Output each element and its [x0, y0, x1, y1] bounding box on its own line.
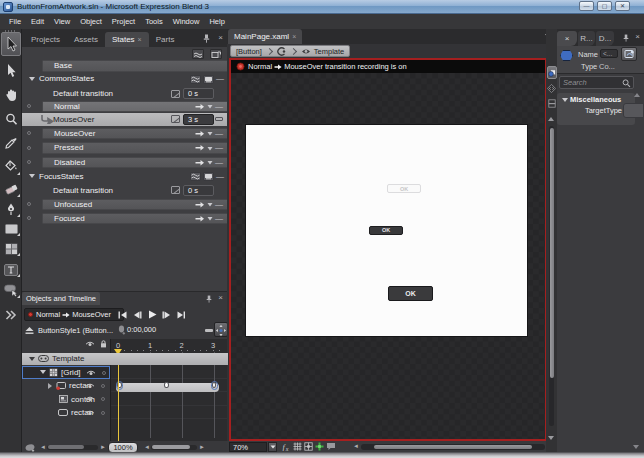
- visibility-eye-icon[interactable]: [86, 370, 96, 377]
- keyframe-egg-icon[interactable]: [118, 325, 126, 335]
- easing-function-button[interactable]: [215, 117, 223, 121]
- easing-icon[interactable]: [171, 115, 180, 123]
- default-easing-icon[interactable]: [171, 90, 180, 98]
- state-group-focusstates[interactable]: FocusStates —: [22, 171, 228, 183]
- zoom-tool-icon[interactable]: [1, 109, 21, 129]
- timeline-options-icon[interactable]: [205, 329, 213, 332]
- tab-assets[interactable]: Assets: [67, 32, 105, 47]
- add-transition-icon[interactable]: [195, 103, 205, 111]
- close-button[interactable]: ✕: [615, 1, 630, 11]
- visibility-eye-icon[interactable]: [85, 410, 95, 417]
- remove-state-icon[interactable]: —: [215, 144, 223, 152]
- scope-label[interactable]: ButtonStyle1 (Button...: [38, 326, 113, 335]
- add-transition-icon[interactable]: [195, 201, 205, 209]
- properties-scroll-up-icon[interactable]: [634, 93, 640, 97]
- vscroll-up-icon[interactable]: [548, 117, 554, 121]
- button-control-tool-icon[interactable]: [1, 282, 21, 299]
- menu-window[interactable]: Window: [168, 14, 205, 29]
- remove-state-icon[interactable]: —: [216, 75, 224, 83]
- layout-grid-tool-icon[interactable]: [1, 240, 21, 257]
- lock-toggle[interactable]: [101, 384, 105, 388]
- transition-dropdown-icon[interactable]: [207, 202, 213, 207]
- more-tools-icon[interactable]: [1, 306, 21, 323]
- pan-tool-icon[interactable]: [1, 85, 21, 105]
- transition-duration-field[interactable]: 0 s: [183, 88, 214, 99]
- maximize-button[interactable]: ▢: [597, 1, 612, 11]
- previous-frame-button[interactable]: [133, 311, 142, 319]
- fluidlayout-button[interactable]: [203, 75, 214, 84]
- minimize-button[interactable]: —: [579, 1, 594, 11]
- tab-states-close-icon[interactable]: ×: [138, 36, 142, 43]
- scope-up-icon[interactable]: [24, 326, 35, 335]
- ok-button-preview-light[interactable]: OK: [387, 184, 421, 193]
- add-state-button[interactable]: [210, 49, 222, 59]
- properties-close-icon[interactable]: ×: [635, 32, 640, 41]
- split-view-button[interactable]: [547, 97, 557, 110]
- playhead-line[interactable]: [118, 352, 119, 441]
- add-transition-icon[interactable]: [195, 215, 205, 223]
- remove-state-icon[interactable]: —: [216, 173, 224, 181]
- play-button[interactable]: [148, 310, 157, 319]
- objects-panel-pin-icon[interactable]: [206, 295, 212, 303]
- transition-duration-field[interactable]: 0 s: [183, 185, 214, 196]
- objects-timeline-tab[interactable]: Objects and Timeline: [22, 292, 100, 305]
- menu-edit[interactable]: Edit: [26, 14, 49, 29]
- eyedropper-tool-icon[interactable]: [1, 133, 21, 153]
- properties-mode-button[interactable]: [621, 47, 637, 61]
- text-tool-icon[interactable]: [1, 261, 21, 278]
- lock-toggle[interactable]: [101, 397, 105, 401]
- timeline-zoom-field[interactable]: 100%: [108, 442, 138, 453]
- add-state-group-button[interactable]: [192, 49, 204, 59]
- pen-tool-icon[interactable]: [1, 200, 21, 218]
- tab-states[interactable]: States×: [105, 32, 149, 47]
- snap-grid-icon[interactable]: [292, 442, 302, 451]
- default-transition-row[interactable]: Default transition 0 s: [22, 185, 228, 197]
- eraser-tool-icon[interactable]: [1, 179, 21, 198]
- menu-file[interactable]: File: [4, 14, 26, 29]
- add-transition-icon[interactable]: [195, 130, 205, 138]
- expand-icon[interactable]: [48, 383, 52, 389]
- menu-project[interactable]: Project: [107, 14, 140, 29]
- ok-button-preview-dark[interactable]: OK: [369, 226, 403, 235]
- go-to-last-frame-button[interactable]: [177, 311, 186, 319]
- tab-properties-close-icon[interactable]: ×: [565, 34, 570, 43]
- tab-resources[interactable]: R...: [578, 31, 595, 46]
- state-group-commonstates[interactable]: CommonStates —: [22, 73, 228, 85]
- fluidlayout-button[interactable]: [203, 172, 214, 181]
- breadcrumb-template-button[interactable]: Template: [314, 47, 344, 56]
- transition-dropdown-icon[interactable]: [207, 216, 213, 221]
- annotations-icon[interactable]: [326, 442, 336, 451]
- ok-button-main[interactable]: OK: [388, 286, 433, 301]
- collapse-triangle-icon[interactable]: [29, 174, 35, 178]
- xaml-view-button[interactable]: [547, 82, 557, 95]
- default-transition-row[interactable]: Default transition 0 s: [22, 88, 228, 100]
- transition-row-mouseover-selected[interactable]: MouseOver 3 s: [22, 113, 228, 126]
- record-icon[interactable]: [236, 62, 245, 71]
- add-transition-icon[interactable]: [195, 159, 205, 167]
- snap-gridlines-icon[interactable]: [303, 442, 313, 451]
- tab-mainpage-xaml[interactable]: MainPage.xaml×: [228, 29, 302, 44]
- tree-row-rectangle2[interactable]: rectan: [22, 407, 110, 420]
- state-row-pressed[interactable]: Pressed —: [42, 142, 228, 154]
- active-state-selector[interactable]: Normal MouseOver: [24, 308, 124, 321]
- artboard-zoom-field[interactable]: 70%: [229, 442, 267, 452]
- zoom-dropdown-button[interactable]: [268, 442, 277, 452]
- artboard-scroll-left-icon[interactable]: ◄: [353, 441, 359, 452]
- transition-preview-button[interactable]: [190, 172, 201, 181]
- remove-state-icon[interactable]: —: [215, 130, 223, 138]
- left-panel-close-icon[interactable]: ×: [218, 33, 223, 42]
- state-row-base[interactable]: Base: [42, 60, 228, 72]
- category-collapse-icon[interactable]: [562, 98, 568, 102]
- remove-state-icon[interactable]: —: [215, 201, 223, 209]
- breadcrumb-button[interactable]: [Button]: [236, 47, 262, 56]
- timeline-scrollbar[interactable]: [151, 445, 197, 450]
- timeline-pan-zoom-control[interactable]: [214, 322, 228, 337]
- next-frame-button[interactable]: [162, 311, 171, 319]
- menu-object[interactable]: Object: [75, 14, 107, 29]
- keyframe-1-5s[interactable]: [164, 382, 169, 389]
- timeline-snapping-icon[interactable]: [25, 443, 37, 452]
- go-to-first-frame-button[interactable]: [118, 311, 127, 319]
- transition-duration-field[interactable]: 3 s: [183, 114, 214, 125]
- remove-state-icon[interactable]: —: [215, 215, 223, 223]
- state-row-focused[interactable]: Focused —: [42, 213, 228, 225]
